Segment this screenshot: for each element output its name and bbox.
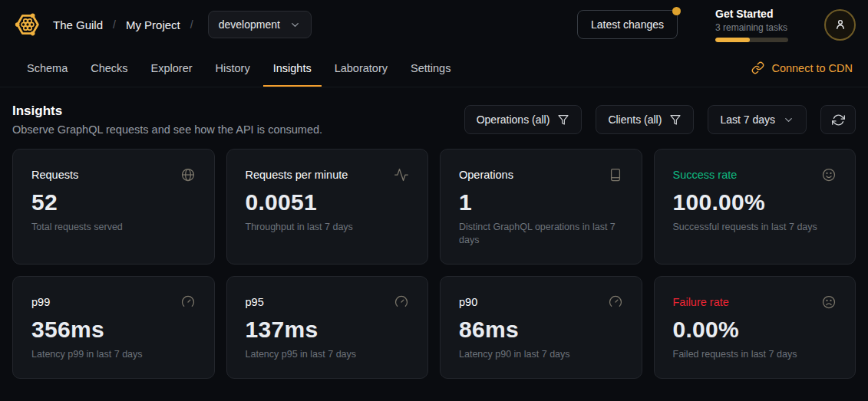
card-description: Throughput in last 7 days — [246, 221, 410, 234]
insights-section-header: Insights Observe GraphQL requests and se… — [0, 87, 868, 149]
breadcrumb-separator: / — [113, 18, 116, 31]
card-value: 356ms — [31, 317, 196, 343]
chevron-down-icon — [289, 19, 301, 31]
get-started-subtitle: 3 remaining tasks — [715, 22, 788, 33]
card-value: 0.00% — [673, 317, 837, 343]
card-title: p90 — [459, 296, 477, 308]
stat-card-p90: p90 86ms Latency p90 in last 7 days — [440, 276, 642, 379]
connect-to-cdn-link[interactable]: Connect to CDN — [751, 49, 853, 87]
activity-icon — [394, 167, 409, 182]
frown-icon — [821, 294, 837, 310]
clients-filter-button[interactable]: Clients (all) — [596, 105, 694, 134]
card-value: 137ms — [246, 317, 410, 343]
card-description: Latency p99 in last 7 days — [31, 348, 196, 361]
refresh-button[interactable] — [820, 105, 856, 134]
card-description: Distinct GraphQL operations in last 7 da… — [459, 221, 623, 247]
stats-grid: Requests 52 Total requests served Reques… — [12, 149, 856, 379]
breadcrumb-org[interactable]: The Guild — [53, 18, 103, 31]
tab-laboratory[interactable]: Laboratory — [325, 49, 398, 87]
card-value: 0.0051 — [246, 189, 410, 215]
card-description: Latency p95 in last 7 days — [246, 348, 410, 361]
top-header: The Guild / My Project / development Lat… — [0, 0, 868, 49]
smile-icon — [821, 167, 837, 182]
get-started-progressbar — [715, 38, 788, 42]
tab-insights[interactable]: Insights — [263, 49, 322, 87]
filter-icon — [557, 113, 569, 126]
book-icon — [608, 167, 623, 182]
operations-filter-label: Operations (all) — [477, 113, 550, 126]
period-selector-button[interactable]: Last 7 days — [708, 105, 807, 134]
target-selector-dropdown[interactable]: development — [208, 11, 312, 38]
card-description: Successful requests in last 7 days — [673, 221, 837, 234]
stat-card-p95: p95 137ms Latency p95 in last 7 days — [226, 276, 429, 379]
card-title: Operations — [459, 169, 513, 181]
card-value: 86ms — [459, 317, 623, 343]
connect-to-cdn-label: Connect to CDN — [771, 62, 853, 74]
stat-card-failure-rate: Failure rate 0.00% Failed requests in la… — [654, 276, 856, 379]
page-title: Insights — [12, 104, 322, 119]
stat-card-rpm: Requests per minute 0.0051 Throughput in… — [226, 149, 429, 265]
insights-heading-block: Insights Observe GraphQL requests and se… — [12, 104, 322, 136]
card-title: p95 — [246, 296, 264, 308]
chevron-down-icon — [783, 114, 794, 126]
link-icon — [751, 61, 764, 74]
tab-checks[interactable]: Checks — [81, 49, 137, 87]
target-selector-value: development — [219, 18, 280, 31]
card-description: Latency p90 in last 7 days — [459, 348, 623, 361]
gauge-icon — [180, 294, 196, 310]
gauge-icon — [394, 294, 409, 310]
tab-history[interactable]: History — [206, 49, 260, 87]
card-title: p99 — [31, 296, 50, 308]
card-description: Failed requests in last 7 days — [673, 348, 837, 361]
period-selector-label: Last 7 days — [720, 113, 775, 126]
tab-explorer[interactable]: Explorer — [141, 49, 203, 87]
notification-dot — [672, 7, 681, 15]
header-right: Latest changes Get Started 3 remaining t… — [577, 8, 856, 42]
latest-changes-label: Latest changes — [591, 18, 664, 31]
get-started-progress-fill — [715, 38, 750, 42]
user-icon — [833, 18, 847, 31]
tab-settings[interactable]: Settings — [401, 49, 460, 87]
stat-card-requests: Requests 52 Total requests served — [12, 149, 215, 265]
card-title: Requests per minute — [246, 169, 348, 181]
filters-toolbar: Operations (all) Clients (all) Last 7 da… — [464, 105, 856, 134]
stat-card-success-rate: Success rate 100.00% Successful requests… — [654, 149, 856, 265]
card-value: 52 — [31, 189, 196, 215]
page-subtitle: Observe GraphQL requests and see how the… — [12, 123, 322, 136]
tab-schema[interactable]: Schema — [17, 49, 78, 87]
breadcrumb-project[interactable]: My Project — [126, 18, 180, 31]
globe-icon — [180, 167, 196, 182]
card-value: 100.00% — [673, 189, 837, 215]
operations-filter-button[interactable]: Operations (all) — [464, 105, 583, 134]
card-title: Failure rate — [673, 296, 729, 308]
card-description: Total requests served — [31, 221, 196, 234]
stat-card-operations: Operations 1 Distinct GraphQL operations… — [440, 149, 642, 265]
get-started-title: Get Started — [715, 8, 788, 20]
breadcrumb-separator: / — [190, 18, 193, 31]
latest-changes-button[interactable]: Latest changes — [577, 10, 678, 39]
user-avatar[interactable] — [824, 9, 856, 41]
gauge-icon — [608, 294, 623, 310]
hive-logo-icon[interactable] — [12, 9, 43, 40]
project-nav: Schema Checks Explorer History Insights … — [0, 49, 868, 87]
refresh-icon — [832, 113, 845, 127]
clients-filter-label: Clients (all) — [608, 113, 662, 126]
stat-card-p99: p99 356ms Latency p99 in last 7 days — [12, 276, 215, 379]
card-value: 1 — [459, 189, 623, 215]
card-title: Requests — [31, 169, 78, 181]
filter-icon — [669, 113, 682, 126]
card-title: Success rate — [673, 169, 738, 181]
get-started-widget[interactable]: Get Started 3 remaining tasks — [715, 8, 788, 42]
